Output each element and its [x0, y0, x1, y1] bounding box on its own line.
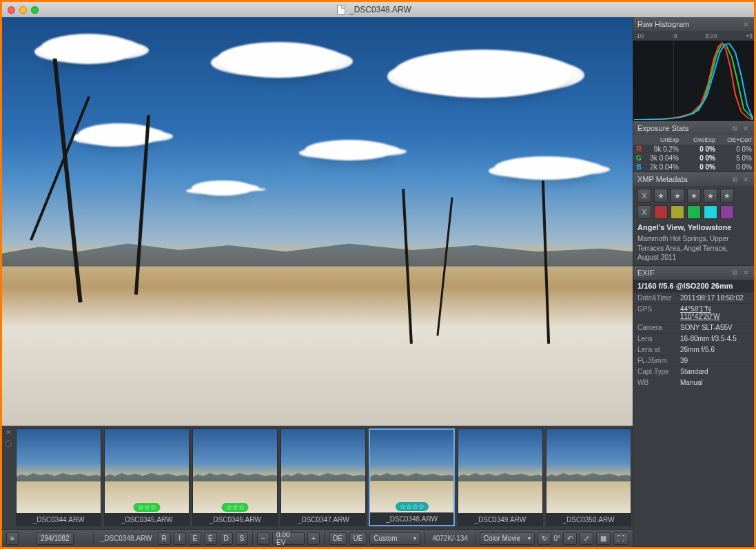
- exif-row: GPS44°58′1″N 110°42′20″W: [633, 303, 754, 322]
- label-cyan-button[interactable]: [704, 205, 717, 219]
- col-header: UnExp: [644, 135, 681, 145]
- exposure-row: B2k 0.04%0 0%0 0%: [633, 163, 754, 172]
- ev-value[interactable]: 0.00 EV: [272, 532, 305, 545]
- thumbnail-label: _DSC0345.ARW: [105, 513, 189, 526]
- label-yellow-button[interactable]: [671, 205, 684, 219]
- filmstrip: ✕ _DSC0344.ARW☆☆☆_DSC0345.ARW☆☆☆_DSC0346…: [2, 426, 633, 529]
- thumbnail[interactable]: ☆☆☆_DSC0346.ARW: [192, 428, 278, 526]
- rating-badge: ☆☆☆☆: [396, 502, 429, 511]
- exif-row: WBManual: [633, 377, 754, 388]
- window-title-text: _DSC0348.ARW: [349, 5, 411, 14]
- exif-row: CameraSONY SLT-A55V: [633, 322, 754, 333]
- thumbnail-label: _DSC0349.ARW: [458, 513, 542, 526]
- exif-row: Capt.TypeStandard: [633, 366, 754, 377]
- star-1-button[interactable]: ★: [654, 189, 668, 203]
- col-header: OE+Corr: [717, 135, 754, 145]
- exif-row: Lens at26mm f/5.6: [633, 344, 754, 355]
- star-4-button[interactable]: ★: [704, 189, 717, 203]
- image-counter[interactable]: 294/1082: [37, 532, 74, 545]
- thumbnail-label: _DSC0348.ARW: [370, 512, 453, 525]
- thumbnail-label: _DSC0346.ARW: [193, 513, 277, 526]
- main-image-view[interactable]: [2, 17, 633, 426]
- panel-close-icon[interactable]: ✕: [742, 269, 750, 277]
- col-header: OveExp: [681, 135, 717, 145]
- gear-icon[interactable]: ⚙: [731, 175, 739, 183]
- rotate-button[interactable]: ↻: [538, 532, 551, 545]
- gear-icon[interactable]: ⚙: [731, 269, 739, 277]
- panel-close-icon[interactable]: ✕: [742, 20, 750, 28]
- histo-tick: +3: [746, 32, 753, 39]
- histo-tick: EV0: [706, 32, 717, 39]
- window-title: _DSC0348.ARW: [43, 5, 706, 14]
- right-sidebar: Raw Histogram ✕ -10 -5 EV0 +3: [633, 17, 754, 547]
- chevron-down-icon: ▾: [413, 535, 416, 541]
- rating-badge: ☆☆☆: [222, 503, 249, 512]
- clear-rating-button[interactable]: X: [637, 189, 651, 203]
- exif-row: Lens16-80mm f/3.5-4.5: [633, 333, 754, 344]
- minimize-window-button[interactable]: [19, 6, 27, 14]
- flag-e2-button[interactable]: E: [204, 532, 216, 545]
- exif-panel: EXIF ⚙ ✕ 1/160 f/5.6 @ISO200 26mm Date&T…: [633, 266, 754, 548]
- filmstrip-close-icon[interactable]: ✕: [6, 428, 11, 436]
- histogram-chart: [633, 41, 754, 121]
- bottom-toolbar: ≡ 294/1082 _DSC0348.ARW R I E E D S − 0.…: [2, 529, 633, 547]
- star-5-button[interactable]: ★: [720, 189, 734, 203]
- histogram-panel: Raw Histogram ✕ -10 -5 EV0 +3: [633, 17, 754, 121]
- exif-row: FL-35mm39: [633, 355, 754, 366]
- label-purple-button[interactable]: [720, 205, 734, 219]
- ue-button[interactable]: UE: [349, 532, 367, 545]
- ev-plus-button[interactable]: +: [307, 532, 320, 545]
- rotation-readout: 0°: [554, 535, 561, 542]
- label-red-button[interactable]: [654, 205, 668, 219]
- thumbnail[interactable]: _DSC0347.ARW: [280, 428, 366, 526]
- histo-tick: -5: [672, 32, 677, 39]
- star-2-button[interactable]: ★: [671, 189, 684, 203]
- color-profile-select[interactable]: Color Movie▾: [480, 532, 535, 545]
- panel-close-icon[interactable]: ✕: [742, 175, 750, 183]
- undo-button[interactable]: ↶: [563, 532, 577, 545]
- xmp-panel: XMP Metadata ⚙ ✕ X ★ ★ ★ ★ ★ X: [633, 172, 754, 266]
- exposure-row: G3k 0.04%0 0%5 0%: [633, 154, 754, 163]
- flag-s-button[interactable]: S: [236, 532, 248, 545]
- panel-title: Raw Histogram: [637, 20, 689, 28]
- exposure-stats-panel: Exposure Stats ⚙ ✕ UnExp OveExp OE+Corr …: [633, 121, 754, 172]
- panel-title: Exposure Stats: [637, 124, 689, 132]
- flag-d-button[interactable]: D: [220, 532, 233, 545]
- titlebar: _DSC0348.ARW: [2, 2, 754, 17]
- histo-tick: -10: [635, 32, 644, 39]
- ev-minus-button[interactable]: −: [257, 532, 269, 545]
- exif-summary: 1/160 f/5.6 @ISO200 26mm: [633, 280, 754, 292]
- zoom-window-button[interactable]: [31, 6, 39, 14]
- thumbnail[interactable]: ☆☆☆☆_DSC0348.ARW: [369, 428, 454, 526]
- app-window: _DSC0348.ARW: [0, 0, 756, 549]
- thumbnail[interactable]: _DSC0349.ARW: [458, 428, 543, 526]
- view-mode-select[interactable]: Custom▾: [369, 532, 420, 545]
- thumbnail[interactable]: _DSC0344.ARW: [16, 428, 101, 526]
- thumbnail[interactable]: ☆☆☆_DSC0345.ARW: [104, 428, 190, 526]
- layout-button[interactable]: ▦: [596, 532, 611, 545]
- panel-close-icon[interactable]: ✕: [742, 124, 750, 132]
- panel-title: XMP Metadata: [637, 175, 688, 183]
- clear-label-button[interactable]: X: [637, 205, 651, 219]
- fullscreen-button[interactable]: ⛶: [613, 532, 629, 545]
- panel-title: EXIF: [637, 269, 654, 277]
- close-window-button[interactable]: [8, 6, 15, 14]
- label-green-button[interactable]: [687, 205, 701, 219]
- menu-icon[interactable]: ≡: [6, 532, 19, 545]
- flag-r-button[interactable]: R: [158, 532, 171, 545]
- rating-badge: ☆☆☆: [134, 503, 161, 512]
- gear-icon[interactable]: ⚙: [731, 124, 739, 132]
- xmp-description-text: Mammoth Hot Springs, Upper Terraces Area…: [637, 234, 750, 262]
- filmstrip-pin-icon[interactable]: [5, 440, 12, 447]
- thumbnail-label: _DSC0347.ARW: [281, 513, 365, 526]
- star-3-button[interactable]: ★: [687, 189, 701, 203]
- thumbnail[interactable]: _DSC0350.ARW: [546, 428, 631, 526]
- document-icon: [337, 5, 345, 14]
- oe-button[interactable]: OE: [329, 532, 347, 545]
- flag-e-button[interactable]: E: [189, 532, 201, 545]
- flag-i-button[interactable]: I: [174, 532, 186, 545]
- fit-button[interactable]: ⤢: [580, 532, 593, 545]
- xmp-title-text: Angel's View, Yellowstone: [637, 223, 750, 231]
- dimensions-readout: 4072K/-134: [429, 535, 471, 542]
- exposure-row: R9k 0.2%0 0%0 0%: [633, 145, 754, 154]
